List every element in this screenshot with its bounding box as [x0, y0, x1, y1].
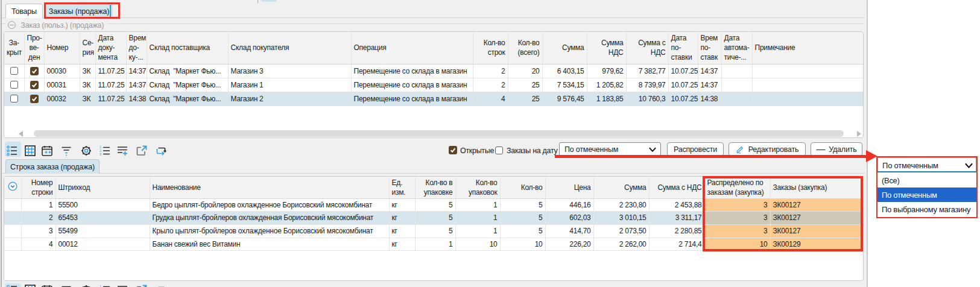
- svg-text:1: 1: [100, 285, 101, 287]
- svg-text:3: 3: [100, 153, 101, 156]
